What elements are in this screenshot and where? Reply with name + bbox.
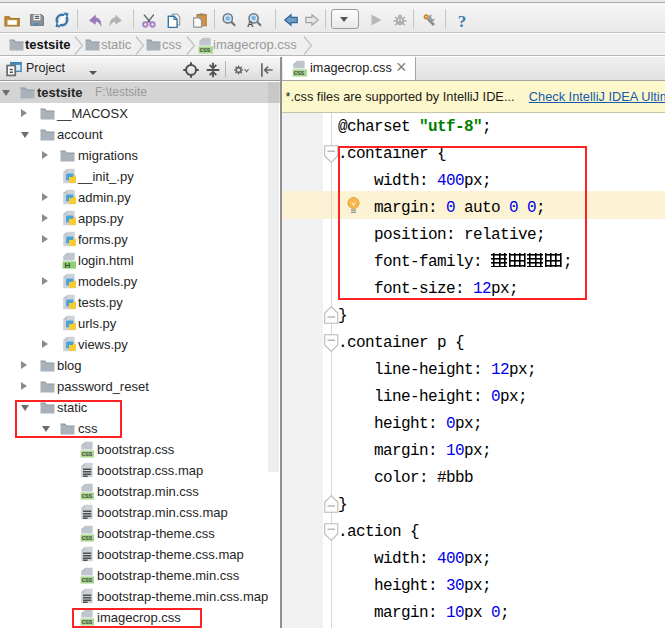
svg-text:css: css xyxy=(81,492,92,499)
svg-text:css: css xyxy=(81,534,92,541)
svg-text:H: H xyxy=(64,261,70,269)
svg-text:css: css xyxy=(81,450,92,457)
svg-text:css: css xyxy=(199,46,210,53)
svg-text:css: css xyxy=(293,69,304,76)
svg-text:css: css xyxy=(81,576,92,583)
svg-text:?: ? xyxy=(458,12,467,28)
svg-text:A: A xyxy=(247,19,254,29)
